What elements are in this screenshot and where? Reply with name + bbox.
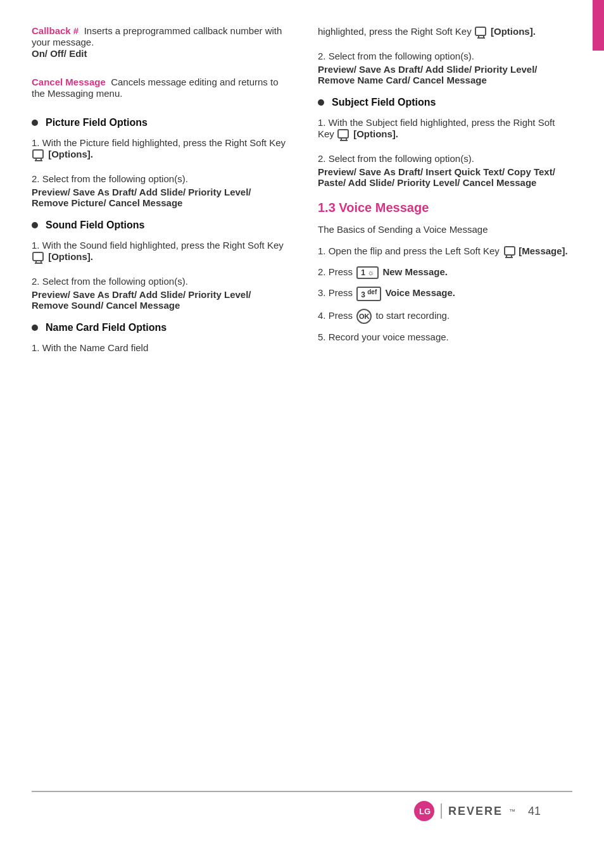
picture-item-2: 2. Select from the following option(s). … — [32, 173, 286, 208]
name-card-cont-text: highlighted, press the Right Soft Key — [318, 26, 472, 37]
voice-step2-text: Press — [329, 266, 353, 277]
footer-page-number: 41 — [528, 805, 541, 818]
right-soft-key-icon-4 — [337, 128, 351, 142]
voice-step4-text: Press — [329, 310, 353, 321]
name-card-field-heading: Name Card Field Options — [32, 322, 286, 333]
lg-logo: LG — [414, 801, 434, 821]
picture-field-heading: Picture Field Options — [32, 117, 286, 128]
picture-item2-options: Preview/ Save As Draft/ Add Slide/ Prior… — [32, 187, 286, 208]
lg-circle-icon: LG — [414, 801, 434, 821]
right-soft-key-icon-2 — [32, 251, 46, 264]
subject-item-2: 2. Select from the following option(s). … — [318, 153, 572, 188]
picture-item1-text: With the Picture field highlighted, pres… — [42, 137, 286, 148]
callback-term: Callback # Inserts a preprogrammed callb… — [32, 25, 286, 59]
left-soft-key-icon — [502, 245, 516, 259]
sound-field-title: Sound Field Options — [46, 220, 144, 231]
voice-step-5: 5. Record your voice message. — [318, 332, 572, 342]
voice-step-3: 3. Press 3 def Voice Message. — [318, 287, 572, 301]
sound-item1-text: With the Sound field highlighted, press … — [42, 240, 284, 251]
sound-item-2: 2. Select from the following option(s). … — [32, 276, 286, 311]
picture-item1-label: [Options]. — [48, 149, 93, 159]
subject-field-heading: Subject Field Options — [318, 97, 572, 108]
name-card-item2-intro: Select from the following option(s). — [329, 51, 474, 61]
cancel-message-title: Cancel Message — [32, 77, 106, 87]
picture-item2-intro: Select from the following option(s). — [42, 173, 188, 184]
voice-step1-text: Open the flip and press the Left Soft Ke… — [329, 245, 500, 256]
right-soft-key-icon-1 — [32, 148, 46, 162]
svg-rect-0 — [33, 150, 43, 158]
svg-rect-4 — [475, 27, 486, 35]
subject-field-title: Subject Field Options — [332, 97, 436, 108]
subject-item2-intro: Select from the following option(s). — [329, 153, 474, 164]
footer-trademark: ™ — [509, 808, 515, 815]
right-column: highlighted, press the Right Soft Key [O… — [311, 25, 572, 791]
name-card-cont-label: [Options]. — [491, 26, 536, 37]
bullet-dot-4 — [318, 99, 324, 106]
sound-item-1: 1. With the Sound field highlighted, pre… — [32, 240, 286, 264]
bullet-dot-2 — [32, 222, 38, 228]
ok-key-icon: OK — [356, 309, 372, 324]
svg-rect-2 — [33, 252, 43, 261]
voice-step-2: 2. Press 1 ☼ New Message. — [318, 266, 572, 279]
callback-title: Callback # — [32, 25, 79, 36]
pink-accent-bar — [593, 0, 604, 51]
voice-message-intro: The Basics of Sending a Voice Message — [318, 224, 572, 235]
voice-step3-label: Voice Message. — [385, 288, 455, 299]
name-card-field-title: Name Card Field Options — [46, 322, 167, 333]
voice-message-heading: 1.3 Voice Message — [318, 201, 572, 215]
voice-message-section: 1.3 Voice Message The Basics of Sending … — [318, 201, 572, 342]
sound-item2-options: Preview/ Save As Draft/ Add Slide/ Prior… — [32, 289, 286, 311]
voice-step1-label: [Message]. — [519, 245, 568, 256]
voice-step-4: 4. Press OK to start recording. — [318, 309, 572, 324]
footer-divider — [441, 803, 442, 819]
svg-text:LG: LG — [419, 807, 431, 816]
key-1-icon: 1 ☼ — [356, 266, 379, 279]
bullet-dot-3 — [32, 325, 38, 331]
voice-step-1: 1. Open the flip and press the Left Soft… — [318, 245, 572, 259]
subject-item1-label: [Options]. — [353, 128, 398, 139]
key-3-icon: 3 def — [356, 287, 381, 301]
cancel-message-term: Cancel Message Cancels message editing a… — [32, 77, 286, 99]
sound-field-heading: Sound Field Options — [32, 220, 286, 231]
svg-rect-8 — [505, 247, 515, 255]
footer: LG REVERE™ 41 — [32, 791, 572, 830]
name-card-cont: highlighted, press the Right Soft Key [O… — [318, 25, 572, 39]
voice-step2-label: New Message. — [382, 266, 448, 277]
sound-item1-label: [Options]. — [48, 251, 93, 262]
subject-item-1: 1. With the Subject field highlighted, p… — [318, 117, 572, 142]
subject-item2-options: Preview/ Save As Draft/ Insert Quick Tex… — [318, 166, 572, 188]
footer-logo: LG REVERE™ 41 — [414, 801, 541, 821]
name-card-item1-text: With the Name Card field — [42, 342, 149, 353]
voice-step5-text: Record your voice message. — [329, 332, 449, 342]
left-column: Callback # Inserts a preprogrammed callb… — [32, 25, 293, 791]
voice-step3-text: Press — [329, 288, 353, 299]
footer-brand: REVERE — [448, 805, 503, 818]
picture-field-title: Picture Field Options — [46, 117, 148, 128]
name-card-item2-options: Preview/ Save As Draft/ Add Slide/ Prior… — [318, 64, 572, 85]
svg-rect-6 — [338, 130, 348, 138]
bullet-dot — [32, 120, 38, 126]
callback-options: On/ Off/ Edit — [32, 48, 286, 59]
name-card-item-1: 1. With the Name Card field — [32, 342, 286, 353]
right-soft-key-icon-3 — [474, 25, 488, 39]
voice-step4-label: to start recording. — [375, 310, 450, 321]
picture-item-1: 1. With the Picture field highlighted, p… — [32, 137, 286, 162]
lg-svg-icon: LG — [415, 802, 433, 820]
sound-item2-intro: Select from the following option(s). — [42, 276, 188, 287]
name-card-item-2: 2. Select from the following option(s). … — [318, 51, 572, 85]
